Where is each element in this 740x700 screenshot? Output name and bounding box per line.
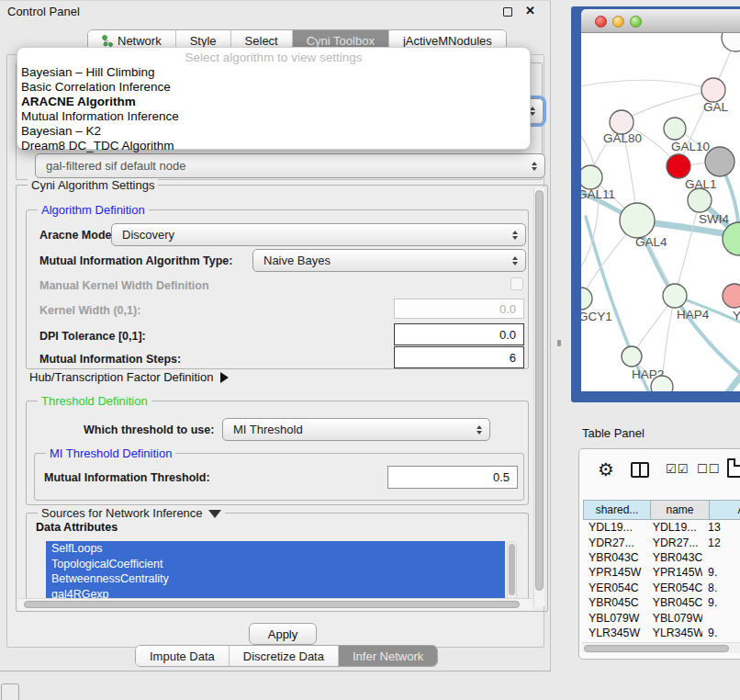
network-node[interactable] (651, 376, 673, 391)
settings-group-title: Cyni Algorithm Settings (28, 178, 158, 192)
hub-definition-toggle[interactable]: Hub/Transcription Factor Definition (29, 370, 229, 384)
page-export-icon[interactable] (727, 458, 740, 478)
table-row[interactable]: YDL19...YDL19...13 (583, 520, 740, 535)
network-node[interactable] (705, 147, 734, 176)
network-node[interactable] (723, 222, 740, 255)
mi-steps-field[interactable]: 6 (394, 346, 524, 368)
table-cell: 9. (702, 566, 740, 579)
network-source-combo[interactable]: gal-filtered sif default node (35, 153, 545, 178)
table-row[interactable]: YBL079WYBL079W (583, 610, 740, 625)
algorithm-dropdown-popup: Select algorithm to view settings Bayesi… (17, 47, 531, 150)
table-row[interactable]: YPR145WYPR145W9. (583, 565, 740, 580)
tab-label: Select (245, 34, 278, 48)
network-node[interactable] (622, 346, 642, 367)
node-label: HAP4 (677, 308, 710, 322)
algorithm-option[interactable]: Mutual Information Inference (17, 109, 530, 124)
network-window-titlebar[interactable] (581, 9, 740, 33)
network-node[interactable] (664, 118, 686, 140)
settings-vertical-scrollbar[interactable] (533, 187, 544, 606)
algorithm-option[interactable]: Bayesian – K2 (17, 124, 530, 139)
network-window-inner: GALGAL80GAL10GAL1GAL11SWI4GAL4GCY1HAP4YH… (581, 9, 740, 391)
table-cell: YBL079W (647, 612, 702, 625)
network-node[interactable] (701, 78, 725, 102)
node-label: SWI4 (699, 212, 729, 226)
tab-discretize-data[interactable]: Discretize Data (229, 646, 338, 666)
dpi-tolerance-field[interactable]: 0.0 (394, 323, 524, 345)
network-node[interactable] (723, 284, 740, 308)
column-header[interactable]: name (651, 500, 710, 520)
kernel-width-field[interactable]: 0.0 (394, 299, 524, 319)
network-source-value: gal-filtered sif default node (46, 159, 185, 173)
zoom-traffic-icon[interactable] (630, 16, 642, 28)
scrollbar-thumb[interactable] (535, 190, 544, 591)
close-traffic-icon[interactable] (595, 16, 607, 28)
table-cell: YBR043C (583, 551, 647, 564)
close-icon[interactable]: ✕ (525, 4, 535, 17)
network-node[interactable] (663, 284, 687, 308)
minimize-traffic-icon[interactable] (612, 16, 624, 28)
manual-kernel-checkbox[interactable] (510, 277, 523, 290)
network-node[interactable] (722, 33, 740, 51)
stepper-icon (512, 256, 519, 265)
table-cell: YDL19... (583, 521, 647, 534)
split-columns-icon[interactable] (631, 462, 649, 478)
aracne-mode-combo[interactable]: Discovery (111, 223, 526, 246)
expanded-arrow-icon (208, 510, 221, 518)
network-node[interactable] (620, 203, 655, 238)
which-threshold-value: MI Threshold (233, 423, 303, 436)
apply-button[interactable]: Apply (249, 623, 317, 645)
attribute-item-selected[interactable]: SelfLoops (46, 541, 505, 557)
settings-gear-icon[interactable]: ⚙ (598, 460, 614, 479)
tab-impute-data[interactable]: Impute Data (136, 646, 229, 666)
select-none-unchecked-icon[interactable]: ☐☐ (697, 462, 720, 476)
network-node[interactable] (581, 165, 602, 189)
table-cell: 9. (702, 596, 740, 609)
network-view-window[interactable]: GALGAL80GAL10GAL1GAL11SWI4GAL4GCY1HAP4YH… (571, 6, 740, 402)
algorithm-definition-title: Algorithm Definition (38, 203, 149, 217)
network-edge (675, 200, 700, 296)
table-row[interactable]: YBR043CYBR043C (583, 550, 740, 565)
hub-definition-label: Hub/Transcription Factor Definition (29, 370, 213, 384)
column-header[interactable]: shared... (583, 500, 651, 520)
scrollbar-thumb[interactable] (584, 645, 729, 652)
scrollbar-thumb[interactable] (509, 544, 515, 595)
settings-horizontal-scrollbar[interactable] (18, 598, 533, 610)
table-horizontal-scrollbar[interactable] (582, 642, 740, 653)
panel-resize-handle[interactable] (557, 340, 561, 346)
table-row[interactable]: YDR27...YDR27...12 (583, 535, 740, 549)
which-threshold-combo[interactable]: MI Threshold (222, 418, 490, 441)
network-node[interactable] (581, 288, 592, 310)
algorithm-option[interactable]: Bayesian – Hill Climbing (17, 65, 530, 80)
attribute-item-selected[interactable]: BetweennessCentrality (46, 571, 505, 587)
algorithm-option[interactable]: ARACNE Algorithm (17, 95, 530, 109)
control-panel: Control Panel ✕ Network Style Select Cyn… (0, 0, 551, 672)
scrollbar-thumb[interactable] (24, 601, 520, 608)
table-cell: YER054C (647, 581, 702, 594)
table-row[interactable]: YBR045CYBR045C9. (583, 595, 740, 610)
sources-title[interactable]: Sources for Network Inference (38, 506, 225, 520)
sources-title-text: Sources for Network Inference (41, 506, 203, 520)
table-row[interactable]: YLR345WYLR345W9. (583, 626, 740, 640)
mi-steps-label: Mutual Information Steps: (39, 353, 181, 366)
algorithm-option[interactable]: Basic Correlation Inference (17, 80, 530, 95)
bottom-left-mini-button[interactable] (1, 683, 19, 700)
control-panel-titlebar: Control Panel ✕ (0, 1, 550, 23)
table-cell: YPR145W (583, 566, 647, 579)
tab-infer-network[interactable]: Infer Network (338, 646, 437, 666)
float-window-icon[interactable] (503, 7, 512, 17)
mi-type-combo[interactable]: Naive Bayes (252, 249, 526, 272)
select-all-checked-icon[interactable]: ☑☑ (666, 462, 689, 476)
column-header[interactable]: A (710, 500, 740, 520)
mi-threshold-field[interactable]: 0.5 (387, 466, 518, 489)
manual-kernel-label: Manual Kernel Width Definition (39, 279, 209, 292)
network-tab-icon (102, 35, 113, 47)
table-cell: 8. (702, 581, 740, 594)
network-canvas[interactable]: GALGAL80GAL10GAL1GAL11SWI4GAL4GCY1HAP4YH… (581, 33, 740, 391)
table-row[interactable]: YER054CYER054C8. (583, 581, 740, 595)
table-header-row: shared...nameA (583, 500, 740, 520)
algorithm-option[interactable]: Dream8 DC_TDC Algorithm (17, 139, 530, 153)
table-cell: YLR345W (647, 627, 702, 639)
attribute-item-selected[interactable]: TopologicalCoefficient (46, 557, 505, 572)
network-node[interactable] (688, 188, 712, 212)
network-node[interactable] (667, 154, 690, 178)
